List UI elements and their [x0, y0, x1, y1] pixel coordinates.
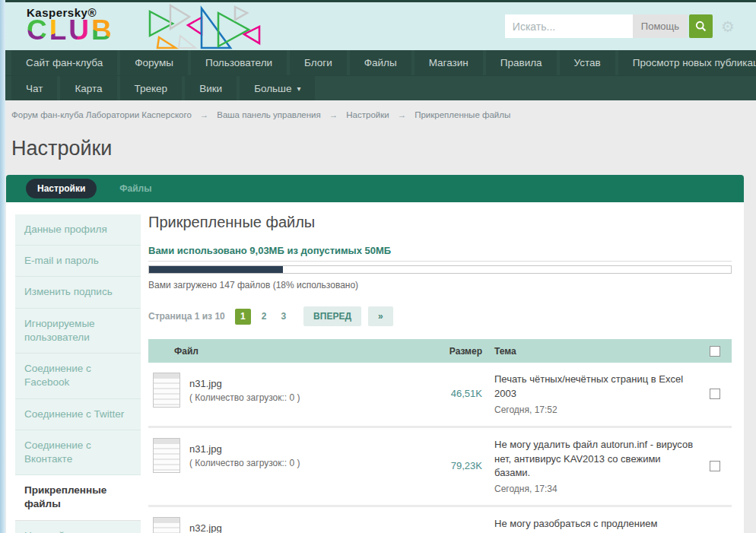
sidebar-item-ignored-users[interactable]: Игнорируемые пользователи — [15, 309, 141, 354]
kaspersky-club-logo[interactable]: Kaspersky® CLUB — [27, 6, 114, 43]
sidebar-item-twitter[interactable]: Соединение с Twitter — [15, 399, 141, 430]
sidebar-item-notifications[interactable]: Настройки уведомлений — [15, 521, 141, 533]
page-button-3[interactable]: 3 — [277, 308, 290, 325]
triangle-decoration — [129, 4, 265, 51]
search-box: Помощь — [505, 14, 688, 38]
nav-item-forums[interactable]: Форумы — [120, 50, 188, 75]
file-info: n32.jpg ( Количество загрузок:: 0 ) — [189, 517, 300, 533]
page-left-edge — [0, 0, 5, 533]
club-letter: B — [91, 17, 114, 43]
file-cell: n31.jpg ( Количество загрузок:: 0 ) — [148, 373, 435, 415]
file-name-link[interactable]: n32.jpg — [189, 522, 300, 533]
select-file-checkbox[interactable] — [710, 461, 720, 471]
panel-body: Данные профиля E-mail и пароль Изменить … — [6, 202, 744, 533]
usage-progress-bar — [148, 265, 732, 274]
file-name-link[interactable]: n31.jpg — [189, 443, 300, 455]
breadcrumb-forum[interactable]: Форум фан-клуба Лаборатории Касперского — [11, 110, 192, 119]
topic-date: Сегодня, 17:34 — [494, 484, 698, 494]
content-heading: Прикрепленные файлы — [148, 214, 732, 231]
search-help-button[interactable]: Помощь — [633, 14, 688, 38]
nav-item-more[interactable]: Больше ▾ — [240, 76, 315, 100]
table-header: Файл Размер Тема — [148, 339, 732, 363]
file-cell: n32.jpg ( Количество загрузок:: 0 ) — [148, 517, 435, 533]
table-row: n31.jpg ( Количество загрузок:: 0 ) 79,2… — [148, 428, 732, 508]
file-cell: n31.jpg ( Количество загрузок:: 0 ) — [148, 438, 435, 495]
page: Kaspersky® CLUB Помощь — [5, 0, 756, 533]
column-header-size: Размер — [435, 346, 482, 357]
nav-item-fanclub-site[interactable]: Сайт фан-клуба — [11, 50, 117, 75]
breadcrumb-arrow-icon: → — [200, 110, 209, 119]
tab-settings[interactable]: Настройки — [26, 179, 97, 198]
files-uploaded-line: Вами загружено 147 файлов (18% использов… — [148, 280, 732, 290]
nav-item-files[interactable]: Файлы — [350, 50, 411, 75]
settings-panel: Настройки Файлы Данные профиля E-mail и … — [6, 175, 744, 533]
select-file-checkbox[interactable] — [710, 389, 720, 399]
club-letter: L — [49, 17, 69, 43]
topic-link[interactable]: Печать чётных/нечётных страниц в Excel 2… — [494, 373, 698, 401]
download-count: ( Количество загрузок:: 0 ) — [189, 392, 300, 403]
page-title: Настройки — [11, 137, 756, 160]
nav-item-charter[interactable]: Устав — [560, 50, 615, 75]
pagination: Страница 1 из 10 1 2 3 ВПЕРЕД » — [148, 306, 732, 326]
chevron-down-icon: ▾ — [297, 84, 300, 93]
nav-item-chat[interactable]: Чат — [11, 76, 57, 100]
usage-summary: Вами использовано 9,03МБ из допустимых 5… — [148, 245, 732, 262]
sidebar-item-email-password[interactable]: E-mail и пароль — [15, 246, 141, 277]
file-thumbnail[interactable] — [153, 438, 180, 473]
sidebar-item-vkontakte[interactable]: Соединение с Вконтакте — [15, 430, 141, 475]
sidebar-item-profile-data[interactable]: Данные профиля — [15, 214, 141, 246]
select-all-checkbox[interactable] — [710, 346, 720, 357]
nav-item-wiki[interactable]: Вики — [185, 76, 237, 100]
site-header: Kaspersky® CLUB Помощь — [5, 0, 756, 50]
search-area: Помощь ⚙ — [505, 14, 735, 38]
nav-item-blogs[interactable]: Блоги — [290, 50, 347, 75]
tab-files[interactable]: Файлы — [119, 183, 151, 194]
page-button-current[interactable]: 1 — [235, 309, 251, 325]
club-letter: C — [27, 17, 49, 43]
table-row: n32.jpg ( Количество загрузок:: 0 ) 62,3… — [148, 507, 732, 533]
club-wordmark: CLUB — [27, 17, 114, 43]
breadcrumb-settings[interactable]: Настройки — [346, 110, 389, 119]
topic-link[interactable]: Не могу удалить файл autorun.inf - вирус… — [494, 438, 698, 481]
settings-sidebar: Данные профиля E-mail и пароль Изменить … — [15, 214, 141, 533]
nav-item-map[interactable]: Карта — [60, 76, 116, 100]
breadcrumb-control-panel[interactable]: Ваша панель управления — [217, 110, 321, 119]
file-name-link[interactable]: n31.jpg — [189, 378, 300, 389]
last-page-button[interactable]: » — [368, 306, 393, 326]
sidebar-item-facebook[interactable]: Соединение с Facebook — [15, 354, 141, 398]
file-thumbnail[interactable] — [153, 517, 180, 533]
nav-more-label: Больше — [254, 83, 291, 94]
search-input[interactable] — [505, 14, 633, 38]
nav-item-rules[interactable]: Правила — [486, 50, 557, 75]
breadcrumb-attachments[interactable]: Прикрепленные файлы — [415, 110, 510, 119]
next-page-button[interactable]: ВПЕРЕД — [303, 306, 361, 326]
table-row: n31.jpg ( Количество загрузок:: 0 ) 46,5… — [148, 363, 732, 428]
pagination-label: Страница 1 из 10 — [148, 311, 225, 322]
nav-item-tracker[interactable]: Трекер — [120, 76, 183, 100]
sidebar-item-attachments[interactable]: Прикрепленные файлы — [15, 475, 141, 520]
file-size: 46,51K — [435, 388, 482, 399]
column-header-topic: Тема — [494, 346, 698, 357]
topic-cell: Не могу разобраться с продлением лицензи… — [494, 517, 698, 533]
nav-item-new-content[interactable]: Просмотр новых публикаций — [618, 50, 756, 75]
file-size: 79,23K — [435, 460, 482, 471]
download-count: ( Количество загрузок:: 0 ) — [189, 458, 300, 468]
browser-viewport: Kaspersky® CLUB Помощь — [0, 0, 756, 533]
page-button-2[interactable]: 2 — [258, 308, 271, 325]
attachments-table: Файл Размер Тема n31.jpg ( Колич — [148, 339, 732, 533]
breadcrumb-arrow-icon: → — [398, 110, 407, 119]
sidebar-item-signature[interactable]: Изменить подпись — [15, 277, 141, 308]
topic-link[interactable]: Не могу разобраться с продлением лицензи… — [494, 517, 698, 533]
file-info: n31.jpg ( Количество загрузок:: 0 ) — [189, 438, 300, 495]
nav-item-shop[interactable]: Магазин — [415, 50, 483, 75]
breadcrumb: Форум фан-клуба Лаборатории Касперского … — [5, 100, 756, 125]
gear-icon[interactable]: ⚙ — [721, 19, 735, 34]
search-submit-button[interactable] — [689, 14, 713, 38]
attachments-content: Прикрепленные файлы Вами использовано 9,… — [141, 202, 744, 533]
column-header-file: Файл — [148, 346, 435, 357]
nav-item-users[interactable]: Пользователи — [191, 50, 287, 75]
file-thumbnail[interactable] — [153, 373, 180, 408]
topic-cell: Печать чётных/нечётных страниц в Excel 2… — [494, 373, 698, 415]
breadcrumb-arrow-icon: → — [329, 110, 338, 119]
usage-progress-fill — [149, 266, 283, 273]
